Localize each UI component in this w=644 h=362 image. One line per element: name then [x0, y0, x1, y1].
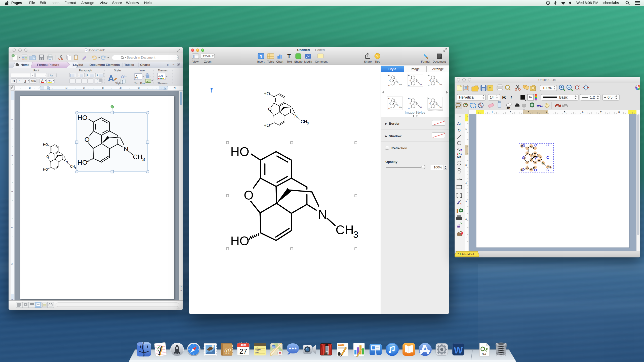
- svg-text:T: T: [287, 53, 291, 59]
- svg-text:7|: 7|: [174, 86, 176, 89]
- svg-text:¶: ¶: [260, 54, 262, 58]
- svg-text:4: 4: [465, 182, 467, 184]
- svg-text:Layout: Layout: [73, 63, 84, 67]
- svg-text:6: 6: [582, 111, 583, 113]
- svg-text:6: 6: [465, 218, 467, 220]
- svg-text:5: 5: [11, 263, 13, 264]
- svg-text:U: U: [24, 79, 26, 83]
- svg-text:100%: 100%: [543, 86, 552, 90]
- svg-text:n: n: [460, 148, 462, 151]
- svg-text:View: View: [192, 60, 199, 63]
- svg-text:>: >: [637, 86, 638, 89]
- svg-text:@: @: [224, 346, 231, 354]
- svg-text:a: a: [86, 49, 87, 52]
- svg-text:═: ═: [459, 115, 461, 118]
- svg-text:1.2: 1.2: [590, 95, 595, 99]
- svg-text:Search in Document: Search in Document: [127, 56, 155, 59]
- svg-text:B: B: [13, 79, 15, 83]
- svg-text:Basic: Basic: [559, 95, 568, 99]
- svg-text:3: 3: [465, 164, 467, 166]
- svg-text:A: A: [123, 74, 126, 78]
- svg-text:1|: 1|: [65, 86, 67, 89]
- svg-text:0.5: 0.5: [608, 95, 613, 99]
- svg-text:Zoom: Zoom: [204, 60, 211, 63]
- svg-text:Tables: Tables: [124, 63, 134, 67]
- svg-text:Image Styles: Image Styles: [405, 111, 426, 114]
- svg-text:Tips: Tips: [375, 60, 380, 63]
- svg-text:A: A: [41, 79, 43, 82]
- svg-text:14: 14: [490, 95, 494, 99]
- svg-text:27: 27: [239, 347, 247, 355]
- svg-text:Font: Font: [33, 69, 39, 72]
- svg-text:A: A: [135, 75, 138, 79]
- svg-text:Document Elements: Document Elements: [90, 63, 120, 67]
- svg-text:Styles: Styles: [114, 69, 122, 72]
- svg-text:Format: Format: [421, 60, 430, 63]
- svg-text:#: #: [489, 86, 491, 90]
- svg-text:s: s: [460, 202, 462, 205]
- svg-text:Comment: Comment: [315, 60, 328, 63]
- svg-text:2: 2: [465, 146, 467, 149]
- svg-text:Aa: Aa: [158, 74, 163, 78]
- svg-text:3|: 3|: [102, 86, 104, 89]
- svg-text:B: B: [502, 95, 506, 100]
- svg-text:Themes: Themes: [157, 82, 168, 85]
- svg-text:ABC: ABC: [31, 80, 36, 82]
- svg-text:Shape: Shape: [294, 60, 302, 63]
- svg-text:Paragraph: Paragraph: [79, 69, 92, 72]
- svg-text:Text Box: Text Box: [134, 82, 145, 85]
- svg-text:6: 6: [11, 299, 13, 300]
- svg-text:Ala: Ala: [457, 155, 461, 158]
- svg-text:4|: 4|: [119, 86, 122, 89]
- svg-text:»: »: [167, 63, 169, 67]
- svg-text:Format Picture: Format Picture: [37, 63, 59, 67]
- svg-text:5: 5: [465, 200, 467, 203]
- svg-text:280: 280: [272, 346, 275, 348]
- svg-text:1: 1: [492, 111, 493, 113]
- svg-text:I: I: [510, 95, 512, 100]
- svg-text:PAGES: PAGES: [338, 344, 344, 346]
- svg-text:^: ^: [173, 63, 174, 66]
- svg-text:7: 7: [465, 236, 467, 239]
- svg-text:Charts: Charts: [140, 63, 150, 67]
- svg-text:7: 7: [600, 111, 601, 113]
- svg-text:ICL: ICL: [481, 352, 487, 356]
- svg-text:3: 3: [528, 111, 529, 113]
- svg-text:Themes: Themes: [158, 69, 168, 72]
- svg-text:125%: 125%: [203, 55, 211, 58]
- svg-text:Chart: Chart: [276, 60, 284, 63]
- svg-text:¶: ¶: [122, 80, 123, 83]
- svg-text:»: »: [177, 56, 178, 59]
- svg-text:ABC: ABC: [48, 79, 52, 82]
- svg-text:8: 8: [618, 111, 620, 113]
- svg-text:?: ?: [376, 54, 379, 58]
- svg-text:W: W: [454, 345, 463, 355]
- svg-text:1|: 1|: [29, 86, 31, 89]
- svg-text:±H: ±H: [507, 106, 510, 109]
- svg-text:O: O: [458, 128, 461, 132]
- svg-text:Insert: Insert: [257, 60, 265, 63]
- svg-text:1: 1: [465, 128, 467, 130]
- svg-text:Share: Share: [364, 60, 372, 63]
- svg-text:I: I: [19, 79, 20, 83]
- svg-text:Ta: Ta: [529, 96, 532, 99]
- svg-text:Insert: Insert: [139, 69, 146, 72]
- svg-text:3: 3: [11, 191, 13, 192]
- svg-text:5: 5: [564, 111, 565, 113]
- svg-text:A: A: [108, 73, 114, 83]
- svg-text:Text: Text: [287, 60, 292, 63]
- svg-text:2: 2: [510, 111, 511, 113]
- svg-text:4: 4: [546, 111, 547, 113]
- svg-text:4: 4: [11, 227, 13, 228]
- svg-text:Table: Table: [267, 60, 274, 63]
- svg-text:Home: Home: [21, 63, 29, 67]
- svg-text:5|: 5|: [138, 86, 140, 89]
- svg-text:AUG: AUG: [240, 344, 246, 347]
- svg-text:2: 2: [11, 155, 13, 156]
- svg-text:2|: 2|: [83, 86, 85, 89]
- svg-text:*Untitled-2.icl: *Untitled-2.icl: [458, 253, 474, 256]
- svg-text:Document: Document: [433, 60, 446, 63]
- svg-text:Aa: Aa: [50, 74, 53, 77]
- svg-text:Helvetica: Helvetica: [459, 95, 474, 99]
- svg-text:Media: Media: [304, 60, 312, 63]
